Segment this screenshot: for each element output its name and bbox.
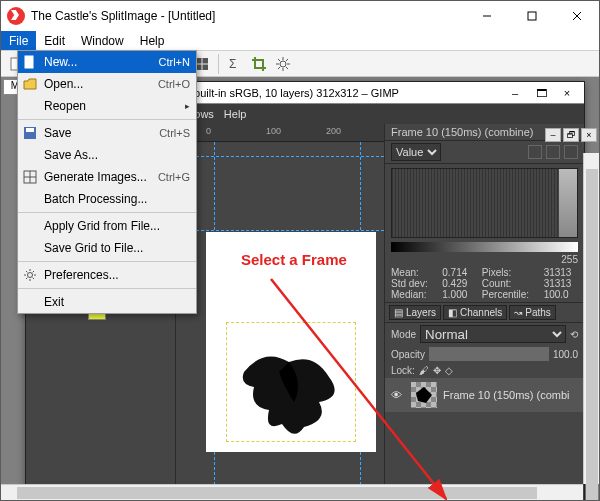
gimp-max-button[interactable]: 🗖 [528, 83, 554, 103]
open-icon [22, 76, 38, 92]
mdi-controls: – 🗗 × [545, 128, 597, 142]
menu-exit[interactable]: Exit [18, 291, 196, 313]
menu-file[interactable]: File [1, 31, 36, 50]
svg-rect-24 [26, 128, 34, 132]
gimp-min-button[interactable]: – [502, 83, 528, 103]
file-menu-dropdown: New... Ctrl+N Open... Ctrl+O Reopen▸ Sav… [17, 50, 197, 314]
lock-label: Lock: [391, 365, 415, 376]
svg-rect-1 [528, 12, 536, 20]
lock-alpha-icon[interactable]: ◇ [445, 365, 453, 376]
layers-icon: ▤ [394, 307, 403, 318]
svg-point-28 [28, 273, 33, 278]
menu-window[interactable]: Window [73, 31, 132, 50]
gimp-right-dock: Frame 10 (150ms) (combine) Value 255 Mea… [384, 124, 584, 500]
titlebar: The Castle's SplitImage - [Untitled] [1, 1, 599, 31]
menu-preferences[interactable]: Preferences... [18, 264, 196, 286]
mdi-close-icon[interactable]: × [581, 128, 597, 142]
layer-thumb [411, 382, 437, 408]
mdi-min-icon[interactable]: – [545, 128, 561, 142]
mode-select[interactable]: Normal [420, 325, 566, 343]
opacity-slider[interactable] [429, 347, 549, 361]
eye-icon[interactable]: 👁 [391, 389, 405, 401]
canvas[interactable] [176, 142, 384, 500]
generate-icon [22, 169, 38, 185]
tab-layers[interactable]: ▤Layers [389, 305, 441, 320]
svg-point-20 [280, 61, 286, 67]
layer-row-name: Frame 10 (150ms) (combi [443, 389, 570, 401]
mode-label: Mode [391, 329, 416, 340]
mode-reset-icon[interactable]: ⟲ [570, 329, 578, 340]
lock-paint-icon[interactable]: 🖌 [419, 365, 429, 376]
histogram-stats: Mean:0.714 Pixels:31313 Std dev:0.429 Co… [385, 265, 584, 303]
hist-max: 255 [385, 254, 584, 265]
menu-help[interactable]: Help [132, 31, 173, 50]
channels-icon: ◧ [448, 307, 457, 318]
app-icon [7, 7, 25, 25]
histogram [391, 168, 578, 238]
h-scrollbar[interactable] [1, 484, 583, 500]
guide-horizontal[interactable] [176, 230, 384, 231]
annotation-text: Select a Frame [241, 251, 347, 268]
v-scrollbar[interactable] [583, 153, 599, 484]
guide-horizontal[interactable] [176, 156, 384, 157]
menubar: File Edit Window Help [1, 31, 599, 51]
minimize-button[interactable] [464, 1, 509, 31]
ruler-horizontal: 0 100 200 [176, 124, 384, 142]
menu-applygrid[interactable]: Apply Grid from File... [18, 215, 196, 237]
menu-batch[interactable]: Batch Processing... [18, 188, 196, 210]
gimp-canvas-area: 0 100 200 [176, 124, 384, 500]
tab-channels[interactable]: ◧Channels [443, 305, 507, 320]
channel-select[interactable]: Value [391, 143, 441, 161]
bird-image [234, 342, 354, 442]
gear-icon [22, 267, 38, 283]
svg-text:Σ: Σ [229, 57, 236, 71]
window-title: The Castle's SplitImage - [Untitled] [31, 9, 464, 23]
lock-move-icon[interactable]: ✥ [433, 365, 441, 376]
opacity-value: 100.0 [553, 349, 578, 360]
tab-paths[interactable]: ↝Paths [509, 305, 556, 320]
menu-save[interactable]: Save Ctrl+S [18, 122, 196, 144]
menu-new[interactable]: New... Ctrl+N [18, 51, 196, 73]
menu-saveas[interactable]: Save As... [18, 144, 196, 166]
opacity-label: Opacity [391, 349, 425, 360]
menu-savegrid[interactable]: Save Grid to File... [18, 237, 196, 259]
gimp-menu-item[interactable]: Help [224, 108, 247, 120]
new-icon [22, 54, 38, 70]
hist-btn-icon[interactable] [564, 145, 578, 159]
maximize-button[interactable] [509, 1, 554, 31]
menu-reopen[interactable]: Reopen▸ [18, 95, 196, 117]
dock-tabs: ▤Layers ◧Channels ↝Paths [385, 303, 584, 323]
mdi-restore-icon[interactable]: 🗗 [563, 128, 579, 142]
tb-gear-icon[interactable] [272, 53, 294, 75]
paths-icon: ↝ [514, 307, 522, 318]
tb-crop-icon[interactable] [248, 53, 270, 75]
gradient-ramp [391, 242, 578, 252]
menu-edit[interactable]: Edit [36, 31, 73, 50]
menu-generate[interactable]: Generate Images... Ctrl+G [18, 166, 196, 188]
close-button[interactable] [554, 1, 599, 31]
layer-row[interactable]: 👁 Frame 10 (150ms) (combi [385, 378, 584, 412]
hist-btn-icon[interactable] [528, 145, 542, 159]
gimp-close-button[interactable]: × [554, 83, 580, 103]
tb-sigma-icon[interactable]: Σ [224, 53, 246, 75]
svg-rect-22 [25, 56, 33, 68]
menu-open[interactable]: Open... Ctrl+O [18, 73, 196, 95]
hist-btn-icon[interactable] [546, 145, 560, 159]
save-icon [22, 125, 38, 141]
